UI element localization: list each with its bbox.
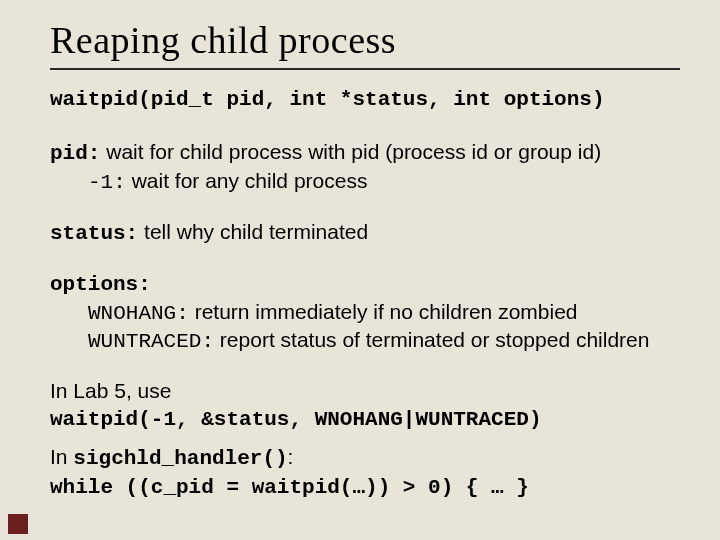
options-label: options: — [50, 273, 151, 296]
status-desc: tell why child terminated — [138, 220, 368, 243]
handler-intro-prefix: In — [50, 445, 73, 468]
lab-code: waitpid(-1, &status, WNOHANG|WUNTRACED) — [50, 408, 541, 431]
title-underline — [50, 68, 680, 70]
handler-intro-code: sigchld_handler() — [73, 447, 287, 470]
pid-desc: wait for child process with pid (process… — [100, 140, 601, 163]
function-signature: waitpid(pid_t pid, int *status, int opti… — [50, 88, 680, 111]
lab-intro: In Lab 5, use — [50, 379, 171, 402]
footer-accent-square — [8, 514, 28, 534]
pid-label: pid: — [50, 142, 100, 165]
wnohang-desc: return immediately if no children zombie… — [189, 300, 578, 323]
wuntraced-desc: report status of terminated or stopped c… — [214, 328, 649, 351]
status-section: status: tell why child terminated — [50, 219, 680, 248]
handler-code: while ((c_pid = waitpid(…)) > 0) { … } — [50, 476, 529, 499]
lab-section: In Lab 5, use waitpid(-1, &status, WNOHA… — [50, 378, 680, 434]
pid-neg1-desc: wait for any child process — [126, 169, 368, 192]
options-section: options: WNOHANG: return immediately if … — [50, 270, 680, 357]
pid-neg1-label: -1: — [88, 171, 126, 194]
handler-intro-suffix: : — [288, 445, 294, 468]
slide: Reaping child process waitpid(pid_t pid,… — [0, 0, 720, 540]
pid-section: pid: wait for child process with pid (pr… — [50, 139, 680, 197]
handler-section: In sigchld_handler(): while ((c_pid = wa… — [50, 444, 680, 502]
wuntraced-label: WUNTRACED: — [88, 330, 214, 353]
status-label: status: — [50, 222, 138, 245]
slide-title: Reaping child process — [50, 18, 680, 62]
wnohang-label: WNOHANG: — [88, 302, 189, 325]
